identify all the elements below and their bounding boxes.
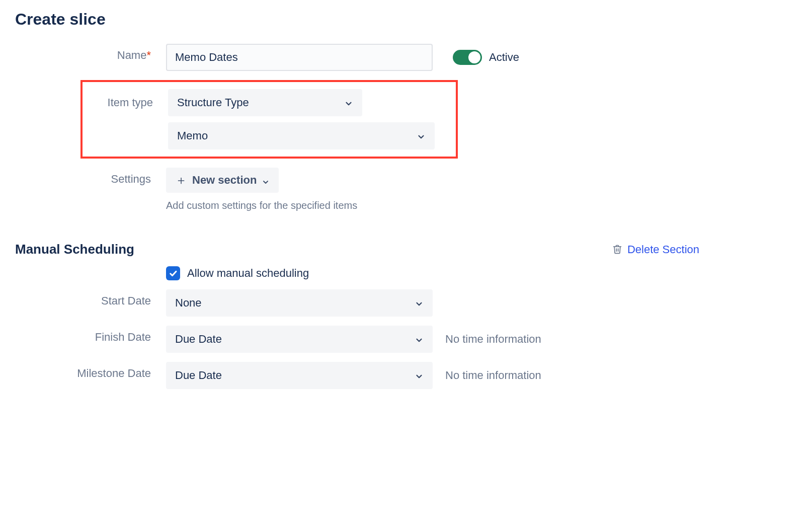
new-section-label: New section: [192, 174, 257, 187]
item-type-category-value: Structure Type: [177, 96, 249, 109]
section-header: Manual Scheduling Delete Section: [15, 242, 699, 257]
item-type-label: Item type: [83, 96, 168, 109]
allow-manual-row: Allow manual scheduling: [15, 266, 699, 280]
finish-date-row: Finish Date Due Date No time information: [15, 326, 699, 353]
item-type-highlight: Item type Structure Type Memo: [80, 80, 458, 159]
chevron-down-icon: [344, 98, 353, 107]
milestone-date-row: Milestone Date Due Date No time informat…: [15, 362, 699, 389]
settings-row: Settings ＋ New section Add custom settin…: [15, 168, 699, 211]
allow-manual-label: Allow manual scheduling: [187, 267, 309, 280]
finish-date-label: Finish Date: [15, 326, 166, 344]
new-section-button[interactable]: ＋ New section: [166, 168, 279, 193]
page-title: Create slice: [15, 10, 699, 29]
toggle-knob: [468, 51, 480, 63]
milestone-date-info: No time information: [445, 369, 541, 382]
active-toggle[interactable]: [453, 50, 482, 65]
finish-date-select[interactable]: Due Date: [166, 326, 433, 353]
manual-scheduling-title: Manual Scheduling: [15, 242, 134, 257]
chevron-down-icon: [262, 176, 270, 184]
start-date-row: Start Date None: [15, 289, 699, 317]
active-label: Active: [489, 51, 519, 64]
chevron-down-icon: [415, 335, 424, 344]
item-type-value: Memo: [177, 129, 208, 142]
delete-section-label: Delete Section: [627, 243, 699, 256]
milestone-date-label: Milestone Date: [15, 362, 166, 380]
finish-date-value: Due Date: [175, 333, 222, 346]
item-type-category-select[interactable]: Structure Type: [168, 89, 362, 116]
settings-helper: Add custom settings for the specified it…: [166, 200, 357, 211]
name-input[interactable]: [166, 44, 433, 71]
plus-icon: ＋: [175, 172, 187, 188]
milestone-date-select[interactable]: Due Date: [166, 362, 433, 389]
start-date-value: None: [175, 296, 202, 310]
name-label: Name*: [15, 44, 166, 62]
trash-icon: [612, 244, 622, 255]
start-date-select[interactable]: None: [166, 289, 433, 317]
item-type-value-select[interactable]: Memo: [168, 122, 435, 149]
finish-date-info: No time information: [445, 333, 541, 346]
allow-manual-checkbox[interactable]: [166, 266, 180, 280]
settings-label: Settings: [15, 168, 166, 186]
start-date-label: Start Date: [15, 289, 166, 308]
chevron-down-icon: [415, 371, 424, 380]
chevron-down-icon: [415, 298, 424, 308]
required-star: *: [146, 49, 151, 61]
milestone-date-value: Due Date: [175, 369, 222, 382]
delete-section-link[interactable]: Delete Section: [612, 243, 699, 256]
name-row: Name* Active: [15, 44, 699, 71]
chevron-down-icon: [417, 131, 426, 140]
